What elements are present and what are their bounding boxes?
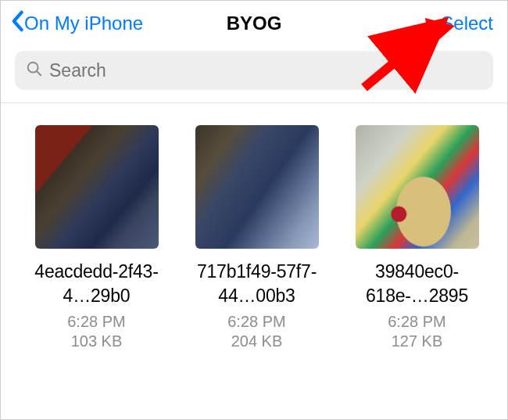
file-item[interactable]: 717b1f49-57f7-44…00b3 6:28 PM 204 KB (184, 125, 329, 350)
file-grid: 4eacdedd-2f43-4…29b0 6:28 PM 103 KB 717b… (1, 103, 507, 350)
chevron-left-icon (10, 10, 24, 37)
search-input[interactable] (49, 60, 482, 81)
back-button[interactable]: On My iPhone (10, 10, 143, 37)
search-container (1, 45, 507, 101)
back-label: On My iPhone (24, 13, 143, 34)
search-bar[interactable] (15, 51, 493, 90)
file-size: 103 KB (71, 332, 123, 350)
file-size: 127 KB (392, 332, 443, 350)
file-size: 204 KB (231, 332, 283, 350)
file-time: 6:28 PM (67, 313, 125, 331)
select-button[interactable]: Select (441, 13, 493, 34)
file-item[interactable]: 39840ec0-618e-…2895 6:28 PM 127 KB (345, 125, 489, 350)
file-time: 6:28 PM (388, 313, 445, 331)
file-thumbnail (35, 125, 159, 249)
file-name: 4eacdedd-2f43-4…29b0 (24, 260, 169, 308)
page-title: BYOG (227, 13, 282, 34)
file-name: 717b1f49-57f7-44…00b3 (184, 260, 329, 308)
navigation-header: On My iPhone BYOG Select (1, 1, 507, 45)
file-time: 6:28 PM (227, 313, 285, 331)
file-item[interactable]: 4eacdedd-2f43-4…29b0 6:28 PM 103 KB (24, 125, 169, 350)
svg-line-1 (37, 71, 41, 75)
file-thumbnail (356, 125, 479, 249)
search-icon (26, 60, 43, 81)
file-name: 39840ec0-618e-…2895 (345, 260, 489, 308)
file-thumbnail (195, 125, 319, 249)
